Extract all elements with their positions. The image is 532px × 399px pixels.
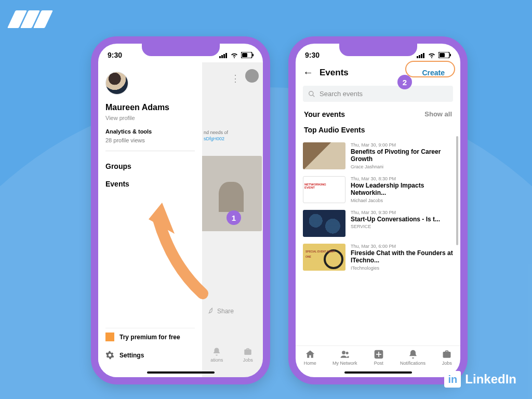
bg-text-fragment: nd needs of (204, 130, 228, 135)
plus-square-icon (374, 349, 384, 360)
linkedin-wordmark: LinkedIn (465, 372, 516, 387)
bell-icon (212, 347, 221, 356)
event-item[interactable]: Thu, Mar 30, 8:30 PM How Leadership Impa… (303, 173, 456, 207)
event-thumbnail (303, 142, 345, 169)
share-icon (206, 308, 213, 315)
wifi-icon (230, 52, 238, 58)
event-time: Thu, Mar 30, 6:00 PM (351, 244, 454, 249)
events-list: Thu, Mar 30, 9:00 PM Benefits of Pivotin… (296, 138, 460, 274)
premium-square-icon (105, 332, 114, 341)
phone-right: 9:30 ← Events Create Search events Your … (288, 36, 468, 384)
share-action: Share (206, 308, 234, 315)
tab-home[interactable]: Home (304, 349, 316, 366)
profile-name: Maureen Adams (105, 103, 195, 112)
bell-icon (408, 349, 418, 360)
tab-notifications-bg: ations (210, 347, 223, 363)
svg-rect-5 (242, 53, 247, 57)
settings-label: Settings (119, 352, 144, 359)
step-badge-2: 2 (397, 75, 412, 89)
event-thumbnail (303, 176, 345, 203)
event-author: ITechnologies (351, 265, 454, 271)
back-arrow[interactable]: ← (303, 66, 313, 78)
svg-rect-3 (225, 53, 227, 58)
event-title: How Leadership Impacts Networkin... (351, 182, 454, 197)
signal-icon (417, 52, 425, 58)
event-item[interactable]: Thu, Mar 30, 9:00 PM Benefits of Pivotin… (303, 139, 456, 173)
gear-icon (105, 351, 114, 360)
battery-icon (241, 52, 254, 58)
callout-arrow (145, 197, 249, 301)
event-author: Michael Jacobs (351, 198, 454, 203)
tab-jobs[interactable]: Jobs (442, 349, 452, 366)
signal-icon (219, 52, 228, 58)
svg-rect-0 (219, 56, 221, 58)
event-title: Start-Up Conversations - Is t... (351, 216, 440, 223)
more-dots-icon: ⋮ (231, 73, 241, 84)
svg-rect-14 (450, 54, 451, 57)
wifi-icon (428, 52, 436, 58)
briefcase-icon (243, 347, 252, 356)
event-item[interactable]: Thu, Mar 30, 9:30 PM Start-Up Conversati… (303, 207, 456, 241)
svg-rect-11 (423, 53, 424, 58)
svg-rect-21 (376, 354, 381, 355)
premium-label: Try premium for free (119, 334, 180, 341)
home-indicator (147, 371, 215, 374)
event-author: SERVICE (351, 224, 440, 229)
svg-rect-1 (221, 55, 223, 58)
tab-jobs-bg: Jobs (243, 347, 253, 363)
people-icon (340, 349, 350, 360)
view-profile-link[interactable]: View profile (105, 115, 195, 121)
try-premium-button[interactable]: Try premium for free (105, 328, 195, 345)
event-author: Grace Jashnani (351, 164, 454, 169)
home-icon (305, 349, 315, 360)
status-time: 9:30 (305, 51, 320, 59)
svg-rect-6 (252, 54, 254, 57)
page-title: Events (320, 68, 349, 78)
sidebar-item-groups[interactable]: Groups (105, 157, 195, 175)
callout-circle (405, 61, 455, 77)
phone-notch (142, 43, 220, 56)
avatar[interactable] (105, 72, 128, 95)
svg-rect-9 (419, 55, 420, 58)
show-all-link[interactable]: Show all (424, 110, 452, 118)
search-icon (308, 90, 315, 98)
home-indicator (344, 371, 412, 374)
tab-notifications[interactable]: Notifications (400, 349, 425, 366)
search-placeholder: Search events (320, 90, 363, 98)
svg-point-15 (309, 91, 313, 95)
analytics-heading: Analytics & tools (105, 128, 195, 135)
status-time: 9:30 (108, 51, 122, 59)
scroll-indicator[interactable] (456, 136, 458, 245)
event-item[interactable]: Thu, Mar 30, 6:00 PM Fireside Chat with … (303, 241, 456, 274)
your-events-heading: Your events (304, 110, 345, 118)
share-label: Share (217, 308, 234, 315)
divider (105, 151, 195, 151)
linkedin-brand: in LinkedIn (444, 371, 516, 388)
svg-point-17 (342, 351, 345, 354)
svg-rect-10 (421, 54, 422, 58)
linkedin-logo-icon: in (444, 371, 461, 388)
profile-views-count[interactable]: 28 profile views (105, 137, 195, 143)
event-thumbnail (303, 210, 345, 237)
event-time: Thu, Mar 30, 9:30 PM (351, 210, 440, 215)
bg-code-fragment: sDfgH002 (204, 136, 224, 141)
event-title: Fireside Chat with the Founders at ITech… (351, 249, 454, 264)
phone-notch (339, 43, 417, 56)
battery-icon (438, 52, 451, 58)
tab-network[interactable]: My Network (332, 349, 357, 366)
tab-bar: Home My Network Post Notifications Jobs (296, 345, 460, 366)
svg-point-18 (345, 352, 348, 354)
sidebar-item-settings[interactable]: Settings (105, 345, 195, 361)
tab-post[interactable]: Post (374, 349, 384, 366)
message-bubble-icon (245, 69, 259, 83)
event-title: Benefits of Pivoting for Career Growth (351, 148, 454, 163)
briefcase-icon (442, 349, 452, 360)
event-time: Thu, Mar 30, 9:00 PM (351, 142, 454, 148)
event-thumbnail (303, 244, 345, 271)
top-audio-events-heading: Top Audio Events (296, 124, 460, 138)
svg-line-16 (313, 95, 315, 97)
sidebar-item-events[interactable]: Events (105, 175, 195, 193)
top-left-logo (11, 10, 49, 28)
search-events-input[interactable]: Search events (303, 86, 453, 102)
svg-rect-2 (223, 54, 225, 58)
